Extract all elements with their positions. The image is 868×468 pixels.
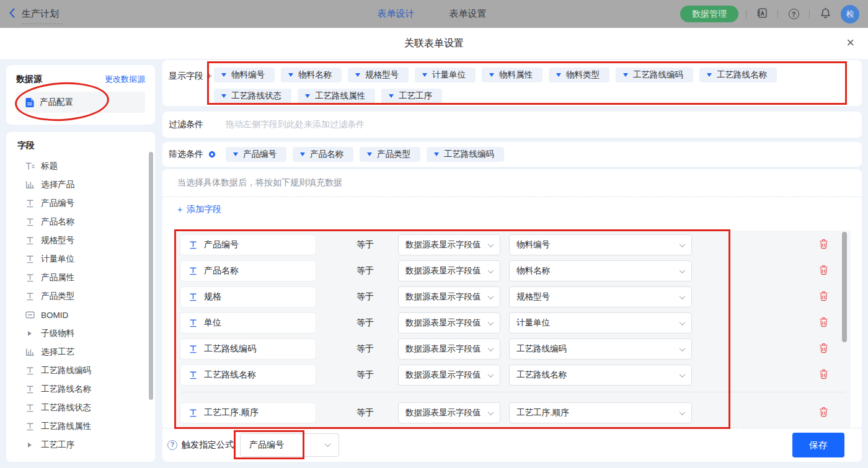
tab-form-settings[interactable]: 表单设置: [449, 8, 486, 20]
rules-hint: 当选择具体数据后，将按如下规则填充数据: [177, 177, 342, 188]
tag-label: 工艺路线名称: [717, 69, 767, 81]
delete-row-button[interactable]: [819, 291, 828, 304]
avatar[interactable]: 检: [841, 5, 859, 24]
delete-row-button[interactable]: [819, 239, 828, 252]
trigger-help-icon[interactable]: ?: [167, 440, 177, 450]
field-item[interactable]: 工艺路线名称: [17, 380, 155, 399]
datasource-item[interactable]: 产品配置: [16, 92, 145, 113]
fields-scrollbar[interactable]: [149, 152, 153, 400]
divider: [746, 10, 746, 19]
display-field-tag[interactable]: 工艺路线属性: [298, 89, 375, 104]
source-type-select[interactable]: 数据源表显示字段值: [398, 338, 500, 360]
contacts-book-icon[interactable]: [754, 6, 770, 22]
app-title[interactable]: 生产计划: [22, 8, 59, 20]
filter-tag[interactable]: 工艺路线编码: [427, 147, 504, 162]
display-field-tag[interactable]: 物料类型: [549, 68, 609, 82]
operator-label: 等于: [356, 407, 375, 418]
back-button[interactable]: [9, 8, 16, 20]
filter-tag[interactable]: 产品类型: [360, 147, 420, 162]
close-icon[interactable]: ×: [846, 35, 854, 51]
mapping-rows-scrollbar[interactable]: [842, 232, 847, 342]
source-field-select[interactable]: 物料编号: [509, 234, 692, 255]
field-item[interactable]: 子级物料: [17, 324, 155, 343]
field-item[interactable]: 选择工艺: [17, 343, 155, 361]
save-button[interactable]: 保存: [792, 433, 844, 457]
display-field-tag[interactable]: 工艺工序: [381, 89, 442, 104]
fields-title: 字段: [17, 140, 155, 151]
target-field-box[interactable]: 产品名称: [180, 260, 316, 281]
mapping-row: 工艺路线编码 等于 数据源表显示字段值 工艺路线编码: [180, 336, 851, 362]
target-field-box[interactable]: 工艺路线名称: [180, 364, 316, 386]
filter-tag[interactable]: 产品编号: [226, 147, 286, 162]
divider: [777, 10, 778, 19]
field-item[interactable]: 产品属性: [17, 268, 155, 287]
source-field-select[interactable]: 工艺工序.顺序: [509, 402, 692, 423]
delete-row-button[interactable]: [819, 407, 828, 420]
target-field-box[interactable]: 产品编号: [180, 234, 316, 255]
source-type-select[interactable]: 数据源表显示字段值: [398, 234, 500, 255]
chevron-down-icon: [488, 409, 494, 415]
notification-bell-icon[interactable]: [817, 6, 833, 22]
delete-row-button[interactable]: [819, 369, 828, 382]
filter-card[interactable]: 过滤条件 拖动左侧字段到此处来添加过滤条件: [162, 112, 862, 138]
display-field-tag[interactable]: 工艺路线编码: [616, 68, 693, 82]
change-datasource-link[interactable]: 更改数据源: [105, 74, 145, 85]
field-item[interactable]: 产品类型: [17, 287, 155, 306]
datasource-item-label: 产品配置: [40, 97, 73, 108]
delete-row-button[interactable]: [819, 343, 828, 356]
source-type-select[interactable]: 数据源表显示字段值: [398, 402, 500, 423]
field-item[interactable]: BOMID: [17, 306, 155, 324]
field-item[interactable]: 选择产品: [17, 175, 155, 194]
field-item[interactable]: 产品名称: [17, 213, 155, 231]
filter-tag[interactable]: 产品名称: [293, 147, 353, 162]
display-field-tag[interactable]: 物料属性: [482, 68, 542, 82]
text-field-icon: [188, 267, 198, 275]
source-type-select[interactable]: 数据源表显示字段值: [398, 260, 500, 281]
source-field-select[interactable]: 计量单位: [509, 312, 692, 333]
source-field-select[interactable]: 规格型号: [509, 286, 692, 307]
source-type-select[interactable]: 数据源表显示字段值: [398, 364, 500, 386]
text-field-icon: [25, 273, 35, 282]
delete-row-button[interactable]: [819, 265, 828, 278]
field-item[interactable]: 计量单位: [17, 250, 155, 268]
add-field-link[interactable]: +添加字段: [177, 204, 221, 215]
display-field-tag[interactable]: 计量单位: [415, 68, 476, 82]
field-item[interactable]: 工艺工序: [17, 436, 155, 454]
target-field-box[interactable]: 工艺工序.顺序: [180, 402, 316, 423]
field-item[interactable]: 产品编号: [17, 194, 155, 213]
data-manage-button[interactable]: 数据管理: [680, 6, 738, 22]
display-field-tag[interactable]: 工艺路线名称: [699, 68, 777, 82]
add-display-field-button[interactable]: +: [206, 70, 212, 81]
field-item-label: BOMID: [41, 311, 68, 320]
tag-label: 规格型号: [365, 69, 399, 81]
display-field-tag[interactable]: 规格型号: [348, 68, 409, 82]
field-item[interactable]: 工艺路线编码: [17, 361, 155, 380]
source-field-select[interactable]: 工艺路线编码: [509, 338, 692, 360]
help-icon[interactable]: ?: [786, 6, 802, 22]
title-field-icon: [25, 162, 35, 170]
field-item[interactable]: 工艺路线属性: [17, 417, 155, 436]
trigger-field-select[interactable]: 产品编号: [240, 433, 339, 457]
display-field-tag[interactable]: 物料名称: [281, 68, 342, 82]
tab-form-design[interactable]: 表单设计: [377, 8, 414, 20]
text-field-icon: [188, 345, 198, 353]
text-field-icon: [25, 366, 35, 375]
source-type-select[interactable]: 数据源表显示字段值: [398, 312, 500, 333]
display-field-tag[interactable]: 物料编号: [214, 68, 275, 82]
source-field-select[interactable]: 工艺路线名称: [509, 364, 692, 386]
field-item[interactable]: 工艺路线状态: [17, 399, 155, 417]
field-item[interactable]: 规格型号: [17, 231, 155, 250]
delete-row-button[interactable]: [819, 317, 828, 330]
gear-icon[interactable]: [208, 150, 216, 159]
source-type-select[interactable]: 数据源表显示字段值: [398, 286, 500, 307]
source-field-select[interactable]: 物料名称: [509, 260, 692, 281]
triangle-down-icon: [221, 73, 226, 77]
text-field-icon: [25, 292, 35, 301]
field-item[interactable]: 标题: [17, 157, 155, 175]
trash-icon: [819, 407, 828, 420]
display-field-tag[interactable]: 工艺路线状态: [214, 89, 291, 104]
target-field-box[interactable]: 单位: [180, 312, 316, 333]
target-field-box[interactable]: 规格: [180, 286, 316, 307]
caret-right-icon: [25, 443, 35, 448]
target-field-box[interactable]: 工艺路线编码: [180, 338, 316, 360]
